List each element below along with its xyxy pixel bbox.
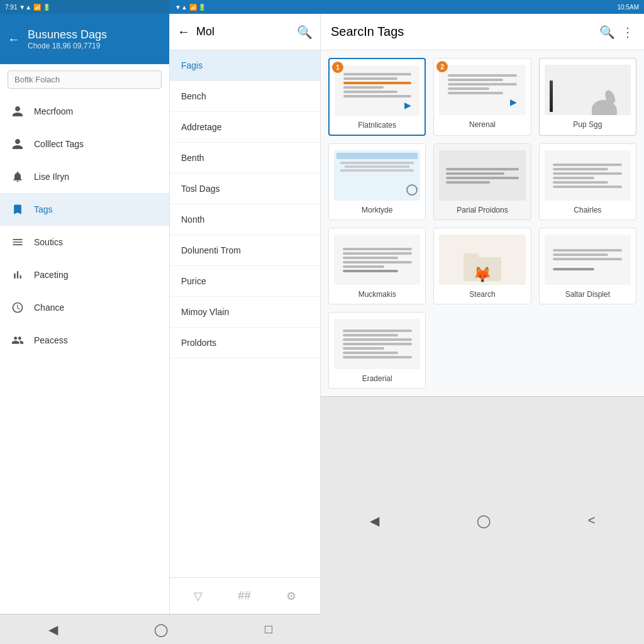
square-nav-icon-left[interactable]: □ xyxy=(265,622,272,636)
chart-bar-icon xyxy=(10,267,25,282)
person-group-icon xyxy=(10,333,25,348)
more-options-icon[interactable]: ⋮ xyxy=(621,25,634,40)
card-label-morktyde: Morktyde xyxy=(362,206,392,214)
thumbnail-flatnlicates: ▶︎ xyxy=(335,65,419,116)
card-saltar-displet[interactable]: Saltar Displet xyxy=(539,228,636,304)
middle-item-fagis[interactable]: Fagis xyxy=(170,50,320,81)
bottom-nav-right: ◀ ◯ < xyxy=(321,396,644,644)
doc-arrow-icon: ▶︎ xyxy=(404,100,411,110)
sidebar-item-collect-tags[interactable]: Colllect Tags xyxy=(0,128,169,160)
thumbnail-eraderial xyxy=(334,319,420,369)
card-label-stearch: Stearch xyxy=(469,290,495,299)
sidebar-label-mecrfoom: Mecrfoom xyxy=(34,106,73,116)
time-right: 10:5AM xyxy=(618,4,639,11)
middle-item-label-benth: Benth xyxy=(181,153,204,163)
sidebar-label-soutics: Soutics xyxy=(34,237,63,247)
sidebar-item-mecrfoom[interactable]: Mecrfoom xyxy=(0,95,169,128)
card-chairles[interactable]: Chairles xyxy=(539,143,636,220)
search-circle-icon xyxy=(406,184,418,196)
right-search-icon[interactable]: 🔍 xyxy=(599,25,615,40)
right-title: SearcIn Tags xyxy=(331,25,593,39)
card-label-pup-sgg: Pup Sgg xyxy=(573,120,602,129)
clock-icon xyxy=(10,300,25,315)
doc-arrow-nerenal: ▶︎ xyxy=(510,97,517,107)
card-pup-sgg[interactable]: Pup Sgg xyxy=(539,58,636,136)
home-nav-icon-right[interactable]: ◯ xyxy=(477,513,491,528)
sidebar-subtitle: Chode 18,96 09,7719 xyxy=(28,42,107,50)
person-icon xyxy=(10,136,25,152)
middle-item-tosl-dags[interactable]: Tosl Dags xyxy=(170,174,320,204)
card-label-eraderial: Eraderial xyxy=(362,374,392,383)
card-eraderial[interactable]: Eraderial xyxy=(328,312,426,389)
card-badge-flatnlicates: 1 xyxy=(332,62,343,73)
middle-item-addretage[interactable]: Addretage xyxy=(170,112,320,143)
sidebar-label-collect-tags: Colllect Tags xyxy=(34,139,84,149)
thumbnail-parial-proidons xyxy=(439,150,525,201)
middle-item-bench[interactable]: Bench xyxy=(170,81,320,112)
square-nav-icon-right[interactable]: < xyxy=(588,513,596,528)
bell-icon xyxy=(10,169,25,184)
middle-item-label-tosl-dags: Tosl Dags xyxy=(181,184,219,194)
middle-search-icon[interactable]: 🔍 xyxy=(297,25,313,40)
card-label-muckmakis: Muckmakis xyxy=(358,290,396,299)
middle-item-label-bench: Bench xyxy=(181,91,206,101)
sidebar-item-paceting[interactable]: Paceting xyxy=(0,258,169,291)
middle-item-label-proldorts: Proldorts xyxy=(181,338,216,348)
sidebar-item-soutics[interactable]: Soutics xyxy=(0,226,169,258)
card-nerenal[interactable]: 2 ▶︎ Nerenal xyxy=(433,58,531,136)
card-label-nerenal: Nerenal xyxy=(469,120,496,129)
time-left: 7:91 xyxy=(5,4,17,11)
bottom-nav-left: ◀ ◯ □ xyxy=(0,614,321,644)
filter-icon[interactable]: ▽ xyxy=(194,589,203,603)
sidebar-search-container xyxy=(0,64,169,95)
card-label-flatnlicates: Flatnlicates xyxy=(358,121,396,130)
card-stearch[interactable]: 🦊 Stearch xyxy=(433,228,531,304)
middle-list: Fagis Bench Addretage Benth Tosl Dags xyxy=(170,50,320,577)
card-flatnlicates[interactable]: 1 ▶︎ Flatnlicates xyxy=(328,58,426,136)
content-grid: 1 ▶︎ Flatnlicates xyxy=(321,50,644,396)
status-bar-right: ▼▲ 📶 🔋 10:5AM xyxy=(170,0,644,14)
sidebar-item-chance[interactable]: Chance xyxy=(0,291,169,324)
middle-back-icon[interactable]: ← xyxy=(177,25,190,39)
middle-item-purice[interactable]: Purice xyxy=(170,266,320,297)
middle-item-benth[interactable]: Benth xyxy=(170,143,320,174)
card-muckmakis[interactable]: Muckmakis xyxy=(328,228,426,304)
card-morktyde[interactable]: Morktyde xyxy=(328,143,426,220)
card-label-parial-proidons: Parial Proidons xyxy=(457,206,508,214)
sidebar-label-tags: Tags xyxy=(34,204,53,214)
middle-item-label-nonth: Nonth xyxy=(181,214,204,225)
card-parial-proidons[interactable]: Parial Proidons xyxy=(433,143,531,220)
sidebar-label-paceting: Paceting xyxy=(34,270,68,280)
sidebar-header: ← Busuness Dags Chode 18,96 09,7719 xyxy=(0,14,169,64)
middle-panel: ← Mol 🔍 Fagis Bench Addretage Benth xyxy=(170,14,321,614)
back-nav-icon-left[interactable]: ◀ xyxy=(48,622,58,637)
middle-item-label-fagis: Fagis xyxy=(181,60,203,70)
hash-icon[interactable]: #​# xyxy=(238,589,250,602)
sidebar-item-peacess[interactable]: Peacess xyxy=(0,324,169,357)
thumbnail-morktyde xyxy=(334,150,420,201)
middle-item-mimoy-vlain[interactable]: Mimoy Vlain xyxy=(170,297,320,328)
thumbnail-pup-sgg xyxy=(545,65,631,115)
middle-item-label-dolunenti-trom: Dolunenti Trom xyxy=(181,245,241,255)
search-input[interactable] xyxy=(8,70,162,89)
home-nav-icon-left[interactable]: ◯ xyxy=(154,622,168,637)
sidebar-item-lise-ilryn[interactable]: Lise Ilryn xyxy=(0,160,169,193)
middle-header: ← Mol 🔍 xyxy=(170,14,320,50)
character-icon: 🦊 xyxy=(473,267,492,282)
thumbnail-stearch: 🦊 xyxy=(439,235,525,285)
middle-item-label-mimoy-vlain: Mimoy Vlain xyxy=(181,307,229,317)
thumbnail-saltar-displet xyxy=(545,235,631,285)
middle-item-label-purice: Purice xyxy=(181,276,206,286)
card-label-chairles: Chairles xyxy=(574,206,601,214)
sidebar-item-tags[interactable]: Tags xyxy=(0,193,169,226)
middle-item-dolunenti-trom[interactable]: Dolunenti Trom xyxy=(170,235,320,266)
middle-item-proldorts[interactable]: Proldorts xyxy=(170,328,320,358)
settings-icon[interactable]: ⚙ xyxy=(286,589,296,603)
sidebar-title: Busuness Dags xyxy=(28,28,107,42)
back-nav-icon-right[interactable]: ◀ xyxy=(370,513,379,528)
right-header: SearcIn Tags 🔍 ⋮ xyxy=(321,14,644,50)
thumbnail-chairles xyxy=(545,150,631,201)
back-arrow-icon[interactable]: ← xyxy=(8,32,20,47)
list-icon xyxy=(10,235,25,250)
middle-item-nonth[interactable]: Nonth xyxy=(170,204,320,235)
